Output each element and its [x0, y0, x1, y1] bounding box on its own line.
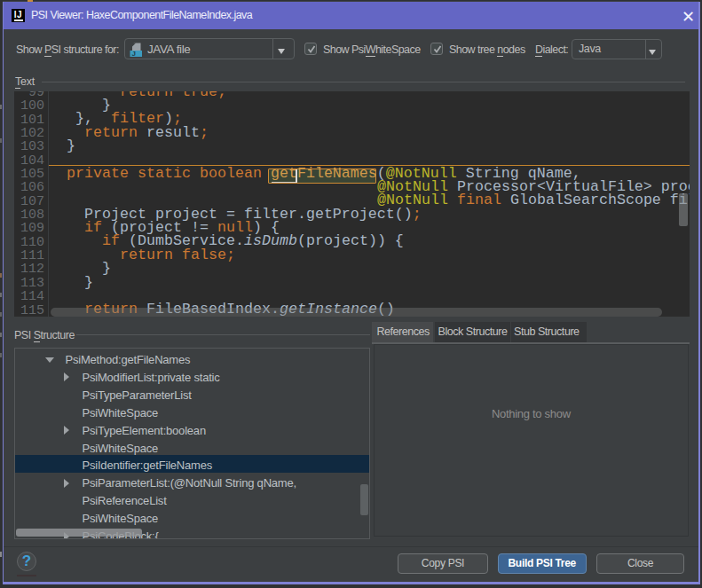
svg-text:J: J [132, 50, 136, 58]
